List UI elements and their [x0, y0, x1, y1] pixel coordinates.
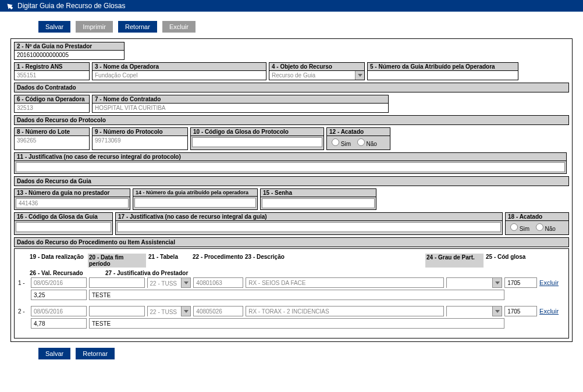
grau-part-dropdown[interactable] [446, 277, 502, 288]
codigo-operadora-input [15, 104, 89, 112]
field-registro-ans: 1 - Registro ANS [14, 62, 90, 80]
field-label: 8 - Número do Lote [15, 128, 89, 136]
col-tabela: 21 - Tabela [146, 254, 193, 268]
chevron-down-icon[interactable] [181, 278, 190, 287]
row-index: 1 - [18, 280, 29, 286]
data-fim-input[interactable] [89, 277, 145, 288]
num-guia-operadora-input[interactable] [368, 71, 518, 80]
val-recursado-input[interactable] [31, 290, 87, 300]
bottom-toolbar: Salvar Retornar [10, 345, 573, 365]
field-label: 14 - Número da guia atribuído pela opera… [133, 189, 257, 197]
num-guia-atrib-operadora-input[interactable] [134, 198, 256, 208]
field-justificativa-protocolo: 11 - Justificativa (no caso de recurso i… [14, 152, 567, 174]
codigo-glosa-guia-input[interactable] [16, 222, 111, 232]
grau-part-dropdown[interactable] [446, 306, 502, 316]
section-protocolo: Dados do Recurso do Protocolo [14, 115, 569, 125]
justificativa-prestador-input[interactable] [89, 290, 504, 300]
field-nome-operadora: 3 - Nome da Operadora [92, 62, 266, 80]
justificativa-guia-input[interactable] [117, 222, 501, 232]
codigo-glosa-protocolo-input[interactable] [192, 137, 322, 147]
field-numero-protocolo: 9 - Número do Protocolo [92, 127, 188, 150]
field-label: 5 - Número da Guia Atribuído pela Operad… [368, 63, 518, 71]
field-justificativa-guia: 17 - Justificativa (no caso de recurso i… [115, 212, 503, 235]
col-descricao: 23 - Descrição [245, 254, 425, 268]
retornar-bottom-button[interactable]: Retornar [76, 348, 115, 359]
val-recursado-input[interactable] [31, 318, 87, 329]
chevron-down-icon[interactable] [492, 307, 502, 316]
excluir-row-link[interactable]: Excluir [539, 279, 559, 286]
excluir-row-link[interactable]: Excluir [539, 308, 559, 315]
table-row: 2 - Excluir [18, 306, 565, 316]
field-label: 1 - Registro ANS [15, 63, 89, 71]
tabela-input [148, 307, 182, 317]
acatado-nao-radio[interactable] [357, 138, 365, 146]
acatado-guia-nao-label[interactable]: Não [536, 226, 556, 232]
field-acatado-guia: 18 - Acatado Sim Não [505, 212, 569, 235]
guia-prestador-input[interactable] [15, 51, 124, 59]
field-codigo-operadora: 6 - Código na Operadora [14, 95, 90, 113]
field-num-guia-atrib-operadora: 14 - Número da guia atribuído pela opera… [133, 188, 258, 210]
chevron-down-icon[interactable] [181, 307, 190, 316]
field-label: 4 - Objeto do Recurso [269, 63, 364, 71]
col-data-realizacao: 19 - Data realização [30, 254, 88, 268]
acatado-guia-sim-label[interactable]: Sim [510, 226, 529, 232]
data-fim-input[interactable] [89, 306, 145, 316]
retornar-button[interactable]: Retornar [118, 21, 157, 33]
field-label: 16 - Código da Glosa da Guia [15, 213, 112, 221]
acatado-sim-radio[interactable] [332, 138, 339, 146]
cod-glosa-input[interactable] [504, 306, 537, 316]
tabela-input [148, 278, 182, 288]
field-senha: 15 - Senha [260, 188, 376, 210]
section-procedimento: Dados do Recurso do Procedimento ou Item… [14, 237, 569, 247]
col-grau-part: 24 - Grau de Part. [425, 254, 484, 268]
grau-part-input[interactable] [447, 278, 492, 288]
col-data-fim: 20 - Data fim período [88, 254, 146, 268]
nome-operadora-input [93, 71, 266, 80]
numero-protocolo-input [93, 136, 187, 145]
num-guia-prestador-input [16, 198, 129, 208]
salvar-bottom-button[interactable]: Salvar [38, 348, 70, 359]
objeto-recurso-input [269, 71, 355, 80]
imprimir-button[interactable]: Imprimir [76, 21, 113, 33]
field-label: 7 - Nome do Contratado [93, 95, 388, 104]
field-label: 10 - Código da Glosa do Protocolo [191, 128, 324, 136]
excluir-button[interactable]: Excluir [162, 21, 195, 33]
justificativa-protocolo-input[interactable] [16, 162, 565, 172]
field-objeto-recurso: 4 - Objeto do Recurso [269, 62, 365, 80]
field-label: 2 - Nº da Guia no Prestador [15, 42, 124, 51]
field-numero-lote: 8 - Número do Lote [14, 127, 90, 150]
field-label: 18 - Acatado [506, 213, 568, 221]
table-row-sub [18, 318, 565, 329]
acatado-nao-label[interactable]: Não [357, 141, 377, 147]
grau-part-input[interactable] [447, 307, 492, 317]
page-header: Digitar Guia de Recurso de Glosas [0, 0, 583, 12]
field-label: 12 - Acatado [327, 128, 390, 136]
field-num-guia-operadora: 5 - Número da Guia Atribuído pela Operad… [367, 62, 518, 80]
arrow-icon [5, 1, 14, 10]
col-justificativa: 27 - Justificativa do Prestador [105, 270, 338, 276]
table-row-sub [18, 290, 565, 300]
justificativa-prestador-input[interactable] [89, 318, 504, 329]
proc-table: 19 - Data realização 20 - Data fim perío… [14, 248, 569, 338]
cod-glosa-input[interactable] [504, 277, 537, 288]
field-nome-contratado: 7 - Nome do Contratado [92, 95, 389, 113]
data-realizacao-input [31, 306, 87, 316]
acatado-guia-nao-radio[interactable] [536, 223, 543, 231]
senha-input[interactable] [262, 198, 375, 208]
salvar-button[interactable]: Salvar [38, 21, 70, 33]
field-num-guia-prestador: 13 - Número da guia no prestador [14, 188, 130, 210]
tabela-dropdown[interactable] [147, 306, 191, 316]
main-panel: 2 - Nº da Guia no Prestador 1 - Registro… [10, 38, 573, 342]
descricao-input [246, 277, 444, 288]
field-codigo-glosa-protocolo: 10 - Código da Glosa do Protocolo [190, 127, 324, 150]
chevron-down-icon[interactable] [492, 278, 502, 287]
nome-contratado-input [93, 104, 388, 112]
field-label: 13 - Número da guia no prestador [15, 189, 130, 197]
col-val-recursado: 26 - Val. Recursado [30, 270, 105, 276]
tabela-dropdown[interactable] [147, 277, 191, 288]
table-row: 1 - Excluir [18, 277, 565, 288]
acatado-sim-label[interactable]: Sim [332, 141, 351, 147]
top-toolbar: Salvar Imprimir Retornar Excluir [10, 15, 573, 38]
objeto-recurso-dropdown[interactable] [355, 71, 364, 80]
acatado-guia-sim-radio[interactable] [510, 223, 518, 231]
